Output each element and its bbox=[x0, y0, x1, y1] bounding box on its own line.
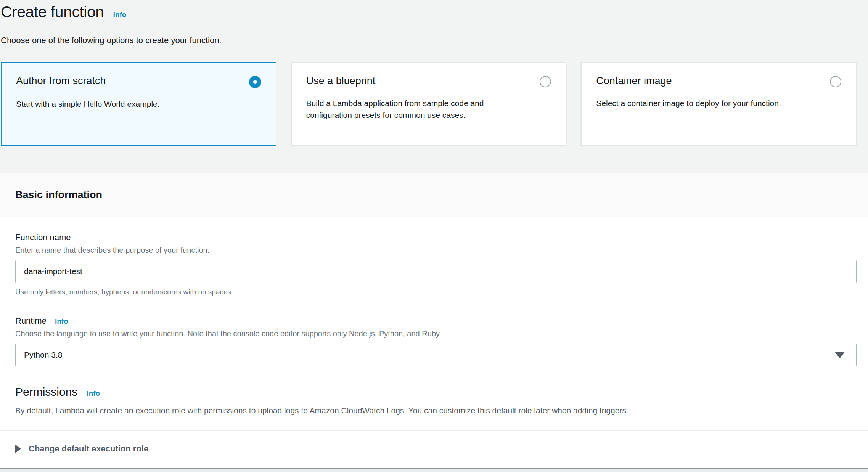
change-default-execution-role-label: Change default execution role bbox=[29, 444, 148, 454]
radio-unselected-icon[interactable] bbox=[540, 76, 551, 87]
chevron-down-icon bbox=[835, 352, 845, 358]
page-title-info-link[interactable]: Info bbox=[113, 11, 127, 19]
function-name-description: Enter a name that describes the purpose … bbox=[15, 246, 857, 255]
runtime-description: Choose the language to use to write your… bbox=[15, 329, 857, 338]
tile-author-from-scratch[interactable]: Author from scratch Start with a simple … bbox=[1, 62, 276, 146]
function-name-label: Function name bbox=[15, 233, 71, 242]
runtime-info-link[interactable]: Info bbox=[55, 317, 68, 326]
page-title-row: Create function Info bbox=[1, 3, 857, 21]
runtime-selected-option: Python 3.8 bbox=[24, 350, 62, 360]
tile-description: Build a Lambda application from sample c… bbox=[306, 97, 514, 121]
bottom-divider bbox=[0, 468, 868, 472]
tile-title: Author from scratch bbox=[16, 75, 106, 87]
tile-use-a-blueprint[interactable]: Use a blueprint Build a Lambda applicati… bbox=[291, 62, 567, 146]
basic-information-form: Function name Enter a name that describe… bbox=[0, 217, 868, 468]
tile-title: Use a blueprint bbox=[306, 75, 376, 87]
tile-container-image[interactable]: Container image Select a container image… bbox=[581, 62, 857, 146]
tile-header: Use a blueprint bbox=[306, 75, 551, 87]
function-name-input[interactable]: dana-import-test bbox=[15, 260, 857, 283]
divider bbox=[0, 430, 868, 431]
tile-header: Author from scratch bbox=[16, 75, 261, 88]
tile-description: Select a container image to deploy for y… bbox=[596, 97, 804, 109]
caret-right-icon bbox=[15, 445, 21, 453]
radio-selected-icon[interactable] bbox=[249, 76, 261, 88]
page-title: Create function bbox=[1, 3, 104, 21]
permissions-info-link[interactable]: Info bbox=[87, 389, 100, 398]
page-subtitle: Choose one of the following options to c… bbox=[1, 35, 857, 45]
page-header-section: Create function Info Choose one of the f… bbox=[0, 0, 868, 173]
function-name-hint: Use only letters, numbers, hyphens, or u… bbox=[15, 288, 857, 296]
runtime-select[interactable]: Python 3.8 bbox=[15, 344, 857, 366]
permissions-description: By default, Lambda will create an execut… bbox=[15, 406, 857, 415]
tile-title: Container image bbox=[596, 75, 672, 87]
runtime-label: Runtime bbox=[15, 316, 47, 326]
create-function-page: Create function Info Choose one of the f… bbox=[0, 0, 868, 472]
radio-unselected-icon[interactable] bbox=[830, 76, 841, 87]
permissions-title: Permissions bbox=[15, 385, 77, 398]
tile-description: Start with a simple Hello World example. bbox=[16, 98, 224, 110]
creation-option-tiles: Author from scratch Start with a simple … bbox=[1, 62, 857, 146]
tile-header: Container image bbox=[596, 75, 841, 87]
change-default-execution-role-toggle[interactable]: Change default execution role bbox=[15, 444, 857, 454]
basic-information-header: Basic information bbox=[0, 173, 868, 217]
basic-information-title: Basic information bbox=[15, 189, 102, 201]
